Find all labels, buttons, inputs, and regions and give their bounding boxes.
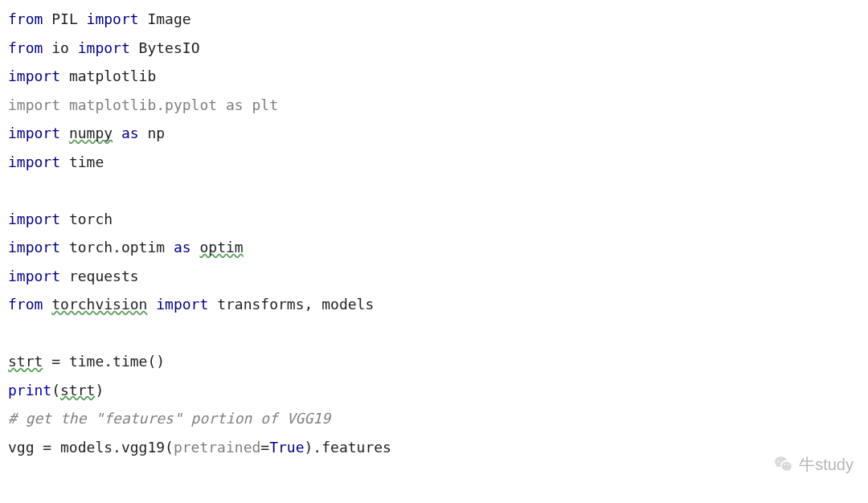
- dot2: .: [313, 439, 321, 456]
- code-line-3: import matplotlib: [8, 62, 860, 91]
- comment-text: # get the "features" portion of VGG19: [8, 410, 330, 427]
- kw-import: import: [8, 96, 60, 113]
- module-pyplot: matplotlib.pyplot: [69, 96, 217, 113]
- kw-import: import: [8, 211, 60, 227]
- kw-as: as: [121, 125, 139, 141]
- alias-optim: optim: [199, 239, 243, 256]
- kw-as: as: [226, 96, 244, 113]
- var-strt: strt: [8, 353, 43, 370]
- code-line-2: from io import BytesIO: [8, 34, 860, 63]
- kw-import: import: [8, 67, 60, 84]
- code-line-11: from torchvision import transforms, mode…: [8, 290, 860, 319]
- code-line-7-blank: [8, 176, 860, 205]
- code-line-15-comment: # get the "features" portion of VGG19: [8, 404, 860, 433]
- code-line-16: vgg = models.vgg19(pretrained=True).feat…: [8, 433, 860, 462]
- code-block: from PIL import Image from io import Byt…: [8, 5, 860, 461]
- const-true: True: [269, 439, 304, 456]
- name-transforms: transforms: [217, 296, 304, 313]
- kw-from: from: [8, 296, 43, 313]
- code-line-4: import matplotlib.pyplot as plt: [8, 91, 860, 120]
- kw-from: from: [8, 39, 43, 56]
- kw-import: import: [8, 239, 60, 256]
- op-eq: =: [43, 353, 69, 370]
- kw-import: import: [87, 10, 139, 27]
- comma: ,: [305, 296, 322, 313]
- name-image: Image: [147, 10, 190, 27]
- code-line-1: from PIL import Image: [8, 5, 860, 34]
- module-torch: torch: [69, 211, 113, 227]
- paren-open: (: [165, 439, 174, 456]
- op-eq: =: [35, 439, 61, 456]
- paren-close: ): [95, 382, 104, 399]
- var-vgg: vgg: [8, 439, 35, 456]
- name-models: models: [60, 439, 113, 456]
- module-io: io: [51, 39, 69, 56]
- code-line-12-blank: [8, 319, 860, 348]
- arg-strt: strt: [60, 382, 95, 399]
- code-line-9: import torch.optim as optim: [8, 233, 860, 262]
- module-time: time: [69, 153, 104, 170]
- module-matplotlib: matplotlib: [69, 67, 156, 84]
- code-line-8: import torch: [8, 205, 860, 234]
- kwarg-pretrained: pretrained: [174, 439, 260, 456]
- module-numpy: numpy: [69, 125, 113, 141]
- watermark: 牛study: [773, 451, 854, 480]
- code-line-6: import time: [8, 148, 860, 177]
- dot: .: [104, 353, 113, 370]
- kw-as: as: [174, 239, 191, 256]
- name-models: models: [321, 296, 374, 313]
- kw-import: import: [156, 296, 208, 313]
- module-torchoptim: torch.optim: [69, 239, 165, 256]
- code-line-10: import requests: [8, 262, 860, 291]
- paren-open: (: [51, 382, 60, 399]
- kw-from: from: [8, 10, 43, 27]
- module-requests: requests: [69, 268, 139, 284]
- kw-import: import: [8, 125, 60, 141]
- code-line-13: strt = time.time(): [8, 347, 860, 376]
- fn-print: print: [8, 382, 51, 399]
- name-bytesio: BytesIO: [139, 39, 200, 56]
- fn-vgg19: vgg19: [121, 439, 165, 456]
- attr-features: features: [321, 439, 391, 456]
- module-pil: PIL: [51, 10, 78, 27]
- watermark-text: 牛study: [799, 451, 854, 480]
- wechat-icon: [773, 454, 794, 475]
- code-line-14: print(strt): [8, 376, 860, 405]
- parens: (): [147, 353, 165, 370]
- code-line-5: import numpy as np: [8, 119, 860, 148]
- alias-plt: plt: [252, 96, 278, 113]
- kw-import: import: [8, 268, 60, 284]
- kw-import: import: [8, 153, 60, 170]
- kw-import: import: [78, 39, 130, 56]
- op-eq2: =: [260, 439, 269, 456]
- dot: .: [113, 439, 121, 456]
- paren-close: ): [305, 439, 313, 456]
- fn-time: time: [113, 353, 147, 370]
- module-torchvision: torchvision: [51, 296, 147, 313]
- alias-np: np: [147, 125, 165, 141]
- name-time: time: [69, 353, 104, 370]
